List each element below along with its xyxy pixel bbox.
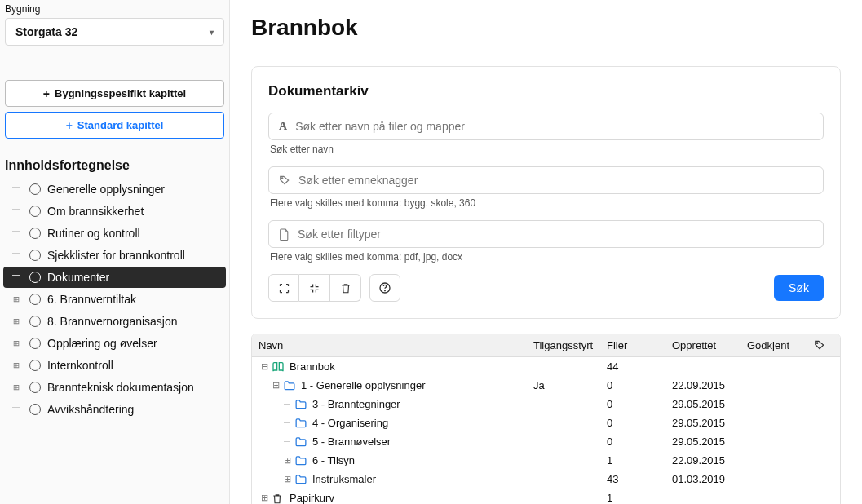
col-name[interactable]: Navn xyxy=(252,334,527,356)
node-name: 4 - Organisering xyxy=(312,415,527,431)
trash-icon xyxy=(272,493,285,504)
search-name-field[interactable]: A xyxy=(268,113,824,140)
radio-icon xyxy=(29,228,41,239)
folder-icon xyxy=(294,399,307,410)
expand-icon[interactable]: ⊞ xyxy=(259,493,270,503)
collapse-icon[interactable]: ⊟ xyxy=(259,361,270,372)
radio-icon xyxy=(29,294,41,305)
search-type-input[interactable] xyxy=(298,228,813,241)
plus-icon: + xyxy=(43,88,50,99)
expand-icon[interactable]: ⊞ xyxy=(10,294,23,305)
building-label: Bygning xyxy=(0,0,229,18)
toc-item[interactable]: ⊞Internkontroll xyxy=(3,355,226,376)
cell-approved xyxy=(740,422,807,425)
search-name-hint: Søk etter navn xyxy=(268,144,824,155)
delete-button[interactable] xyxy=(330,274,361,302)
cell-created: 29.05.2015 xyxy=(665,396,740,412)
sidebar: Bygning Storgata 32 ▾ + Bygningsspesifik… xyxy=(0,0,230,504)
plus-icon: + xyxy=(66,120,73,131)
cell-tag xyxy=(807,440,840,444)
cell-access xyxy=(527,459,600,462)
toc-item[interactable]: ⊞Opplæring og øvelser xyxy=(3,333,226,354)
cell-tag xyxy=(807,422,840,425)
cell-approved xyxy=(740,459,807,462)
cell-tag xyxy=(807,403,840,406)
col-created[interactable]: Opprettet xyxy=(665,334,740,356)
col-files[interactable]: Filer xyxy=(600,334,665,356)
toc-item[interactable]: Generelle opplysninger xyxy=(3,179,226,200)
tree-line-icon xyxy=(10,250,23,261)
toc-item[interactable]: ⊞8. Brannvernorganisasjon xyxy=(3,311,226,332)
tree-row[interactable]: 5 - Brannøvelser029.05.2015 xyxy=(252,432,840,451)
toc-item[interactable]: Sjekklister for brannkontroll xyxy=(3,245,226,266)
node-name: 6 - Tilsyn xyxy=(312,453,527,468)
cell-files: 0 xyxy=(600,378,665,393)
toc-item-label: Generelle opplysninger xyxy=(47,183,165,196)
expand-icon[interactable]: ⊞ xyxy=(10,338,23,349)
expand-icon[interactable]: ⊞ xyxy=(281,474,293,484)
folder-icon xyxy=(294,418,307,429)
cell-access xyxy=(527,403,600,406)
tag-icon xyxy=(279,175,290,186)
add-standard-chapter-button[interactable]: + Standard kapittel xyxy=(5,112,224,139)
cell-approved xyxy=(740,384,807,387)
cell-files: 43 xyxy=(600,471,665,487)
search-type-hint: Flere valg skilles med komma: pdf, jpg, … xyxy=(268,251,824,263)
search-tag-hint: Flere valg skilles med komma: bygg, skol… xyxy=(268,197,824,209)
toc-item[interactable]: Om brannsikkerhet xyxy=(3,201,226,222)
search-type-field[interactable] xyxy=(268,220,824,248)
node-name: 5 - Brannøvelser xyxy=(312,434,527,449)
tree-row[interactable]: ⊞1 - Generelle opplysningerJa022.09.2015 xyxy=(252,376,840,395)
tree-row[interactable]: ⊞Instruksmaler4301.03.2019 xyxy=(252,470,840,489)
collapse-all-button[interactable] xyxy=(299,274,330,302)
expand-icon[interactable]: ⊞ xyxy=(10,360,23,371)
tree-line-icon xyxy=(10,228,23,239)
divider xyxy=(251,51,841,51)
search-name-input[interactable] xyxy=(295,120,813,133)
node-name: 3 - Branntegninger xyxy=(312,396,527,412)
toc-item[interactable]: Rutiner og kontroll xyxy=(3,223,226,244)
tree-row[interactable]: 4 - Organisering029.05.2015 xyxy=(252,413,840,432)
cell-files: 1 xyxy=(600,453,665,468)
toc-item-label: Rutiner og kontroll xyxy=(47,227,140,240)
radio-icon xyxy=(29,272,41,283)
main-content: Brannbok Dokumentarkiv A Søk etter navn … xyxy=(230,0,862,504)
expand-icon[interactable]: ⊞ xyxy=(10,316,23,327)
cell-files: 0 xyxy=(600,434,665,449)
building-select[interactable]: Storgata 32 ▾ xyxy=(5,18,224,46)
toc-item[interactable]: ⊞6. Brannverntiltak xyxy=(3,289,226,310)
col-access[interactable]: Tilgangsstyrt xyxy=(527,334,600,356)
cell-approved xyxy=(740,440,807,444)
col-tag-icon[interactable] xyxy=(807,334,840,356)
add-building-chapter-button[interactable]: + Bygningsspesifikt kapittel xyxy=(5,80,224,107)
radio-icon xyxy=(29,360,41,371)
expand-icon[interactable]: ⊞ xyxy=(270,380,281,391)
expand-icon[interactable]: ⊞ xyxy=(10,382,23,393)
page-title: Brannbok xyxy=(251,15,841,41)
cell-files: 44 xyxy=(600,359,665,374)
radio-icon xyxy=(29,404,41,415)
cell-tag xyxy=(807,384,840,387)
col-approved[interactable]: Godkjent xyxy=(740,334,807,356)
expand-all-button[interactable] xyxy=(268,274,299,302)
folder-icon xyxy=(294,436,307,448)
expand-icon[interactable]: ⊞ xyxy=(281,455,293,466)
cell-access xyxy=(527,365,600,369)
search-tag-input[interactable] xyxy=(298,174,813,187)
toc-item[interactable]: ⊞Brannteknisk dokumentasjon xyxy=(3,377,226,398)
toc-item-label: Internkontroll xyxy=(47,359,113,372)
radio-icon xyxy=(29,316,41,327)
file-icon xyxy=(279,228,290,241)
tree-row[interactable]: ⊞Papirkurv1 xyxy=(252,489,840,504)
toc-item[interactable]: Dokumenter xyxy=(3,267,226,288)
search-button[interactable]: Søk xyxy=(774,275,824,301)
radio-icon xyxy=(29,250,41,261)
toc-item-label: 6. Brannverntiltak xyxy=(47,293,136,306)
toc-item-label: Opplæring og øvelser xyxy=(47,337,157,350)
help-button[interactable] xyxy=(369,274,400,302)
tree-row[interactable]: 3 - Branntegninger029.05.2015 xyxy=(252,395,840,413)
search-tag-field[interactable] xyxy=(268,166,824,194)
tree-row[interactable]: ⊞6 - Tilsyn122.09.2015 xyxy=(252,451,840,470)
toc-item[interactable]: Avvikshåndtering xyxy=(3,399,226,420)
tree-row[interactable]: ⊟Brannbok44 xyxy=(252,357,840,376)
